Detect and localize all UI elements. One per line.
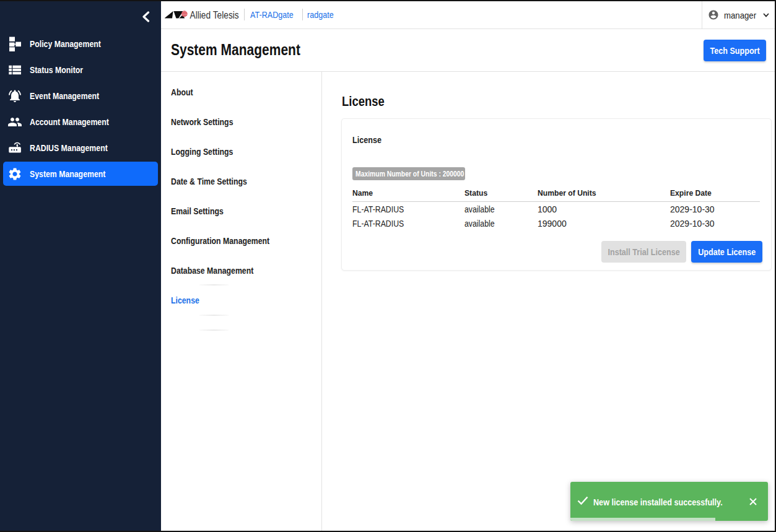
svg-text:Allied Telesis: Allied Telesis: [190, 9, 239, 20]
